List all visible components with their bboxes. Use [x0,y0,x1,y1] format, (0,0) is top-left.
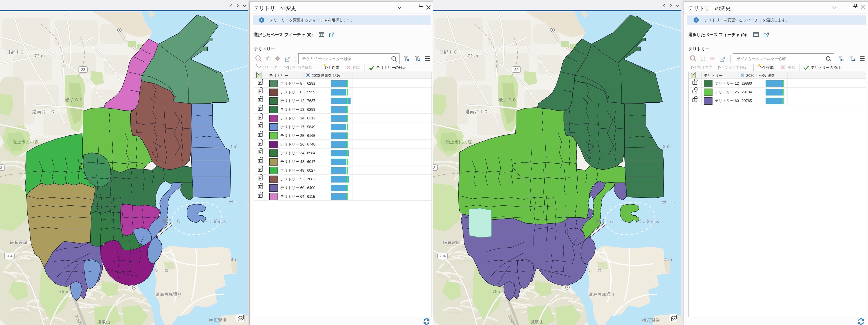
svg-text:6984: 6984 [307,151,315,155]
svg-text:夏島貝塚通り: 夏島貝塚通り [589,292,615,297]
svg-text:テリトリー 60: テリトリー 60 [280,186,304,190]
svg-text:瀬上市民の森: 瀬上市民の森 [12,140,39,144]
svg-text:2020 世帯数 総数: 2020 世帯数 総数 [746,73,775,78]
svg-text:テリトリーのフィルター処理: テリトリーのフィルター処理 [302,57,351,61]
svg-text:テリトリー: テリトリー [704,73,723,78]
svg-text:作成: 作成 [332,65,339,69]
svg-text:ポート: ポート [662,200,676,205]
svg-text:テリトリー: テリトリー [688,47,709,51]
svg-text:75 m: 75 m [492,289,503,294]
svg-text:72 m: 72 m [34,54,45,58]
svg-text:7082: 7082 [307,177,315,181]
svg-text:テリトリーを変更するフィーチャを選択します。: テリトリーを変更するフィーチャを選択します。 [270,18,355,22]
svg-text:5959: 5959 [307,90,315,94]
svg-text:日野ＩＣ: 日野ＩＣ [6,50,24,54]
svg-text:22: 22 [514,68,519,72]
svg-text:テリトリーのフィルター処理: テリトリーのフィルター処理 [737,57,786,61]
svg-text:ス: ス [164,268,169,273]
svg-text:テリトリー 48: テリトリー 48 [280,160,304,164]
svg-text:テリトリー 12: テリトリー 12 [715,81,739,86]
svg-text:割り当て: 割り当て [263,65,278,69]
svg-text:瀬上市民の森: 瀬上市民の森 [446,140,472,144]
svg-text:ス: ス [597,268,602,273]
svg-text:鎌倉霊園: 鎌倉霊園 [443,240,460,245]
svg-text:鷹取山: 鷹取山 [531,320,544,324]
svg-text:6748: 6748 [307,142,315,146]
svg-text:6017: 6017 [307,160,315,164]
svg-text:横浜・八: 横浜・八 [595,219,614,224]
svg-text:22: 22 [81,68,85,72]
svg-text:横須賀港: 横須賀港 [209,318,227,323]
svg-text:6115: 6115 [307,195,315,199]
svg-text:鎌倉霊園: 鎌倉霊園 [9,240,27,245]
svg-text:2 m: 2 m [230,144,238,149]
svg-text:テリトリー 8: テリトリー 8 [280,90,302,94]
svg-text:−: − [717,63,719,67]
svg-text:23: 23 [0,166,2,170]
svg-text:テリトリー 25: テリトリー 25 [280,134,304,138]
svg-text:テリトリーの検証: テリトリーの検証 [811,65,841,69]
svg-text:29784: 29784 [742,90,752,94]
svg-text:23: 23 [433,166,435,170]
svg-text:ン: ン [154,268,159,273]
svg-text:i: i [261,18,262,22]
svg-text:テリトリー 17: テリトリー 17 [280,125,304,129]
svg-text:削除: 削除 [353,65,361,69]
svg-text:港南台ＩＣ: 港南台ＩＣ [465,109,488,114]
svg-text:75 m: 75 m [59,289,70,294]
svg-text:4 m: 4 m [231,257,239,262]
svg-text:パラダイス: パラダイス [203,219,226,224]
svg-text:6283: 6283 [307,108,315,112]
svg-text:29880: 29880 [742,81,752,86]
svg-text:7637: 7637 [307,99,315,103]
svg-text:2 m: 2 m [663,144,671,149]
svg-text:テリトリー 13: テリトリー 13 [280,108,304,112]
svg-text:選択したベース フィーチャ (0):: 選択したベース フィーチャ (0): [254,32,313,37]
svg-text:+: + [690,63,692,67]
svg-text:日野ＩＣ: 日野ＩＣ [439,50,458,54]
svg-text:テリトリー 12: テリトリー 12 [280,99,304,103]
svg-text:鷹取山: 鷹取山 [97,320,111,324]
svg-text:29765: 29765 [742,99,752,103]
svg-text:テリトリーの変更: テリトリーの変更 [688,5,731,11]
svg-text:割り当て解除: 割り当て解除 [724,65,747,69]
svg-text:5849: 5849 [307,125,315,129]
svg-text:−: − [282,63,285,67]
svg-text:テリトリー 60: テリトリー 60 [715,99,739,103]
svg-text:夏島貝塚通り: 夏島貝塚通り [156,292,182,297]
svg-text:横須賀港: 横須賀港 [642,318,660,323]
svg-text:2020 世帯数 総数: 2020 世帯数 総数 [312,73,340,78]
svg-text:4 m: 4 m [664,257,672,262]
svg-text:テリトリーの変更: テリトリーの変更 [254,5,296,11]
svg-text:港南台ＩＣ: 港南台ＩＣ [32,109,55,114]
svg-text:割り当て解除: 割り当て解除 [290,65,312,69]
svg-text:削除: 削除 [788,65,795,69]
svg-text:6027: 6027 [307,168,315,173]
svg-text:204: 204 [6,254,12,258]
svg-text:i: i [696,18,696,22]
svg-text:6312: 6312 [307,116,315,120]
svg-text:横浜・八: 横浜・八 [162,219,181,224]
svg-text:パラダイス: パラダイス [636,219,660,224]
svg-text:テリトリー 49: テリトリー 49 [280,168,304,173]
svg-text:テリトリー 25: テリトリー 25 [715,90,739,94]
svg-text:6291: 6291 [307,81,315,86]
svg-text:204: 204 [439,254,446,258]
svg-text:テリトリー 5: テリトリー 5 [280,81,302,86]
svg-text:選択したベース フィーチャ (0):: 選択したベース フィーチャ (0): [688,32,747,37]
svg-text:テリトリーの検証: テリトリーの検証 [376,65,406,69]
svg-text:作成: 作成 [766,65,774,69]
svg-text:ポート: ポート [229,200,243,205]
svg-text:テリトリー 14: テリトリー 14 [280,116,304,120]
svg-text:6165: 6165 [307,134,315,138]
svg-text:テリトリー 64: テリトリー 64 [280,195,304,199]
svg-text:72 m: 72 m [468,54,478,58]
svg-text:磯子ＣＣ: 磯子ＣＣ [65,97,84,102]
svg-text:ン: ン [588,268,592,273]
svg-text:テリトリー: テリトリー [254,47,275,51]
svg-text:磯子ＣＣ: 磯子ＣＣ [498,97,517,102]
svg-text:テリトリーを変更するフィーチャを選択します。: テリトリーを変更するフィーチャを選択します。 [704,18,789,22]
svg-text:テリトリー 52: テリトリー 52 [280,177,304,181]
svg-text:テリトリー 26: テリトリー 26 [280,142,304,146]
svg-text:割り当て: 割り当て [697,65,712,69]
